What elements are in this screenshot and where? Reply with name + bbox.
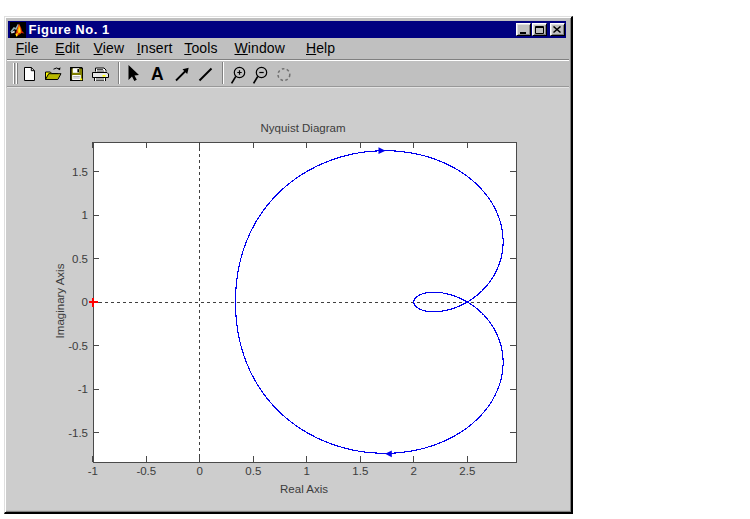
svg-text:1: 1 bbox=[82, 209, 88, 221]
svg-text:0: 0 bbox=[82, 296, 88, 308]
svg-text:-1.5: -1.5 bbox=[68, 427, 88, 439]
svg-text:-1: -1 bbox=[78, 383, 88, 395]
svg-text:0.5: 0.5 bbox=[245, 465, 261, 477]
svg-text:1: 1 bbox=[304, 465, 310, 477]
svg-text:Nyquist Diagram: Nyquist Diagram bbox=[261, 122, 346, 134]
svg-text:0.5: 0.5 bbox=[72, 253, 88, 265]
svg-text:1.5: 1.5 bbox=[72, 166, 88, 178]
svg-text:-0.5: -0.5 bbox=[136, 465, 156, 477]
svg-text:0: 0 bbox=[197, 465, 203, 477]
svg-text:1.5: 1.5 bbox=[352, 465, 368, 477]
svg-text:2: 2 bbox=[411, 465, 417, 477]
svg-text:-1: -1 bbox=[88, 465, 98, 477]
svg-text:2.5: 2.5 bbox=[459, 465, 475, 477]
svg-text:Real Axis: Real Axis bbox=[280, 483, 328, 495]
svg-text:Imaginary Axis: Imaginary Axis bbox=[54, 263, 66, 338]
svg-text:-0.5: -0.5 bbox=[68, 340, 88, 352]
